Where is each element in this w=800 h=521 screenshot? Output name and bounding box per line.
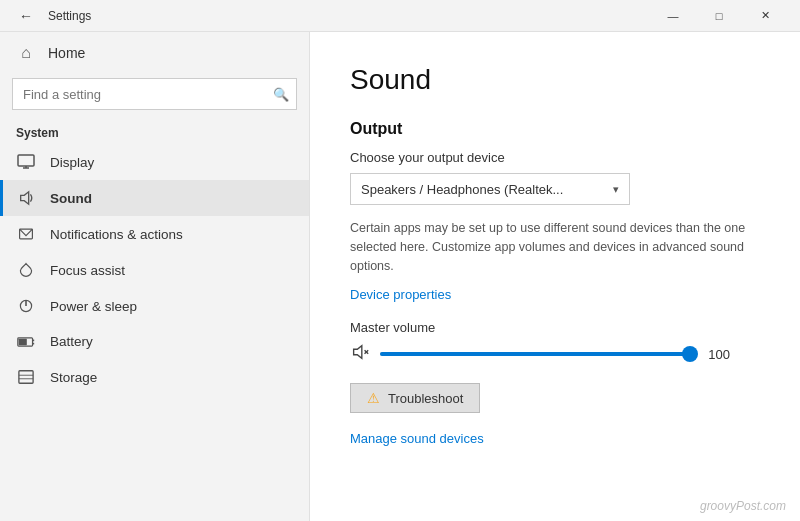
sidebar-item-storage[interactable]: Storage <box>0 359 309 395</box>
title-bar-controls: — □ ✕ <box>650 0 788 32</box>
sidebar-item-notifications[interactable]: Notifications & actions <box>0 216 309 252</box>
back-icon: ← <box>19 8 33 24</box>
search-input[interactable] <box>12 78 297 110</box>
master-volume-label: Master volume <box>350 320 760 335</box>
battery-icon <box>16 335 36 349</box>
volume-slider[interactable] <box>380 352 690 356</box>
output-device-value: Speakers / Headphones (Realtek... <box>361 182 563 197</box>
device-properties-link[interactable]: Device properties <box>350 287 451 302</box>
title-bar-title: Settings <box>48 9 650 23</box>
output-device-label: Choose your output device <box>350 150 760 165</box>
close-button[interactable]: ✕ <box>742 0 788 32</box>
volume-slider-fill <box>380 352 690 356</box>
sidebar-item-power-label: Power & sleep <box>50 299 137 314</box>
output-device-dropdown[interactable]: Speakers / Headphones (Realtek... ▾ <box>350 173 760 205</box>
sidebar-home-item[interactable]: ⌂ Home <box>0 32 309 74</box>
manage-sound-link[interactable]: Manage sound devices <box>350 431 484 446</box>
svg-rect-11 <box>19 371 33 383</box>
notifications-icon <box>16 226 36 242</box>
focus-icon <box>16 262 36 278</box>
page-title: Sound <box>350 64 760 96</box>
sidebar-home-label: Home <box>48 45 85 61</box>
volume-value: 100 <box>700 347 730 362</box>
svg-rect-8 <box>19 338 27 345</box>
content-area: Sound Output Choose your output device S… <box>310 32 800 521</box>
storage-icon <box>16 369 36 385</box>
watermark: groovyPost.com <box>700 499 786 513</box>
volume-row: 100 <box>350 343 760 365</box>
main-layout: ⌂ Home 🔍 System Display <box>0 32 800 521</box>
output-device-select[interactable]: Speakers / Headphones (Realtek... ▾ <box>350 173 630 205</box>
minimize-button[interactable]: — <box>650 0 696 32</box>
sidebar-item-power[interactable]: Power & sleep <box>0 288 309 324</box>
volume-slider-thumb <box>682 346 698 362</box>
home-icon: ⌂ <box>16 44 36 62</box>
svg-marker-14 <box>354 346 362 359</box>
sidebar-item-display-label: Display <box>50 155 94 170</box>
sidebar-search-container: 🔍 <box>12 78 297 110</box>
maximize-button[interactable]: □ <box>696 0 742 32</box>
troubleshoot-label: Troubleshoot <box>388 391 463 406</box>
volume-mute-icon <box>350 343 370 365</box>
sidebar-section-label: System <box>0 118 309 144</box>
sidebar-item-battery[interactable]: Battery <box>0 324 309 359</box>
sidebar-item-notifications-label: Notifications & actions <box>50 227 183 242</box>
sound-icon <box>16 190 36 206</box>
sidebar-item-focus-label: Focus assist <box>50 263 125 278</box>
troubleshoot-button[interactable]: ⚠ Troubleshoot <box>350 383 480 413</box>
svg-rect-0 <box>18 155 34 166</box>
sidebar-item-sound[interactable]: Sound <box>0 180 309 216</box>
chevron-down-icon: ▾ <box>613 183 619 196</box>
sidebar-item-display[interactable]: Display <box>0 144 309 180</box>
title-bar-back-button[interactable]: ← <box>12 2 40 30</box>
sidebar-item-sound-label: Sound <box>50 191 92 206</box>
power-icon <box>16 298 36 314</box>
display-icon <box>16 154 36 170</box>
search-icon: 🔍 <box>273 87 289 102</box>
output-heading: Output <box>350 120 760 138</box>
sidebar-item-storage-label: Storage <box>50 370 97 385</box>
warning-icon: ⚠ <box>367 390 380 406</box>
sidebar: ⌂ Home 🔍 System Display <box>0 32 310 521</box>
sidebar-item-battery-label: Battery <box>50 334 93 349</box>
sidebar-item-focus[interactable]: Focus assist <box>0 252 309 288</box>
title-bar: ← Settings — □ ✕ <box>0 0 800 32</box>
output-info-text: Certain apps may be set up to use differ… <box>350 219 760 275</box>
svg-marker-3 <box>21 192 29 204</box>
